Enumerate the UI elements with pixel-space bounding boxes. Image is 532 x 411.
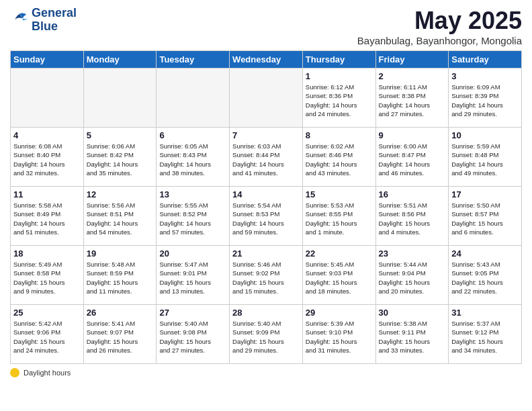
day-number: 23 xyxy=(379,248,446,259)
day-number: 21 xyxy=(232,248,300,259)
day-number: 6 xyxy=(159,130,226,140)
day-number: 22 xyxy=(306,248,373,259)
week-row-5: 25Sunrise: 5:42 AM Sunset: 9:06 PM Dayli… xyxy=(11,305,522,364)
day-info: Sunrise: 5:37 AM Sunset: 9:12 PM Dayligh… xyxy=(451,319,519,355)
day-number: 31 xyxy=(451,308,519,318)
day-cell: 5Sunrise: 6:06 AM Sunset: 8:42 PM Daylig… xyxy=(83,128,157,187)
day-cell xyxy=(83,68,157,128)
day-cell: 22Sunrise: 5:45 AM Sunset: 9:03 PM Dayli… xyxy=(302,246,375,305)
footer-label: Daylight hours xyxy=(24,369,71,377)
week-row-2: 4Sunrise: 6:08 AM Sunset: 8:40 PM Daylig… xyxy=(11,128,522,187)
day-cell: 3Sunrise: 6:09 AM Sunset: 8:39 PM Daylig… xyxy=(449,68,522,128)
day-number: 15 xyxy=(306,189,373,199)
logo-line1: General xyxy=(32,7,77,20)
day-number: 29 xyxy=(306,308,373,318)
day-number: 24 xyxy=(451,248,519,259)
day-number: 4 xyxy=(13,130,81,140)
day-number: 30 xyxy=(379,308,446,318)
day-number: 14 xyxy=(232,189,300,199)
day-number: 1 xyxy=(306,71,373,81)
header-row: SundayMondayTuesdayWednesdayThursdayFrid… xyxy=(11,51,522,68)
logo: General Blue xyxy=(10,7,77,34)
day-cell: 30Sunrise: 5:38 AM Sunset: 9:11 PM Dayli… xyxy=(375,305,449,364)
day-cell: 10Sunrise: 5:59 AM Sunset: 8:48 PM Dayli… xyxy=(449,128,522,187)
day-info: Sunrise: 5:56 AM Sunset: 8:51 PM Dayligh… xyxy=(87,201,154,236)
day-cell: 23Sunrise: 5:44 AM Sunset: 9:04 PM Dayli… xyxy=(375,246,449,305)
day-number: 7 xyxy=(232,130,300,140)
day-info: Sunrise: 6:09 AM Sunset: 8:39 PM Dayligh… xyxy=(451,83,519,118)
month-title: May 2025 xyxy=(357,7,522,35)
day-cell: 1Sunrise: 6:12 AM Sunset: 8:36 PM Daylig… xyxy=(302,68,375,128)
day-cell: 27Sunrise: 5:40 AM Sunset: 9:08 PM Dayli… xyxy=(157,305,230,364)
day-info: Sunrise: 5:47 AM Sunset: 9:01 PM Dayligh… xyxy=(159,260,226,295)
footer: Daylight hours xyxy=(10,368,522,377)
col-header-tuesday: Tuesday xyxy=(157,51,230,68)
day-cell: 24Sunrise: 5:43 AM Sunset: 9:05 PM Dayli… xyxy=(449,246,522,305)
day-info: Sunrise: 5:43 AM Sunset: 9:05 PM Dayligh… xyxy=(451,260,519,295)
day-info: Sunrise: 5:48 AM Sunset: 8:59 PM Dayligh… xyxy=(87,260,154,295)
day-number: 27 xyxy=(159,308,226,318)
day-cell: 7Sunrise: 6:03 AM Sunset: 8:44 PM Daylig… xyxy=(230,128,303,187)
day-number: 26 xyxy=(87,308,154,318)
col-header-friday: Friday xyxy=(375,51,449,68)
day-info: Sunrise: 5:59 AM Sunset: 8:48 PM Dayligh… xyxy=(451,142,519,177)
day-number: 2 xyxy=(379,71,446,81)
day-cell: 18Sunrise: 5:49 AM Sunset: 8:58 PM Dayli… xyxy=(11,246,84,305)
day-info: Sunrise: 5:42 AM Sunset: 9:06 PM Dayligh… xyxy=(13,319,81,355)
day-cell: 20Sunrise: 5:47 AM Sunset: 9:01 PM Dayli… xyxy=(157,246,230,305)
day-number: 9 xyxy=(379,130,446,140)
day-number: 8 xyxy=(306,130,373,140)
logo-line2: Blue xyxy=(32,20,77,34)
day-info: Sunrise: 5:41 AM Sunset: 9:07 PM Dayligh… xyxy=(87,319,154,355)
day-cell: 16Sunrise: 5:51 AM Sunset: 8:56 PM Dayli… xyxy=(375,187,449,246)
col-header-thursday: Thursday xyxy=(302,51,375,68)
day-info: Sunrise: 5:38 AM Sunset: 9:11 PM Dayligh… xyxy=(379,319,446,355)
day-cell: 26Sunrise: 5:41 AM Sunset: 9:07 PM Dayli… xyxy=(83,305,157,364)
day-cell: 15Sunrise: 5:53 AM Sunset: 8:55 PM Dayli… xyxy=(302,187,375,246)
day-cell: 9Sunrise: 6:00 AM Sunset: 8:47 PM Daylig… xyxy=(375,128,449,187)
day-cell: 6Sunrise: 6:05 AM Sunset: 8:43 PM Daylig… xyxy=(157,128,230,187)
day-number: 5 xyxy=(87,130,154,140)
header: General Blue May 2025 Bayanbulag, Bayanh… xyxy=(10,7,522,46)
day-info: Sunrise: 5:55 AM Sunset: 8:52 PM Dayligh… xyxy=(159,201,226,236)
week-row-1: 1Sunrise: 6:12 AM Sunset: 8:36 PM Daylig… xyxy=(11,68,522,128)
col-header-saturday: Saturday xyxy=(449,51,522,68)
day-info: Sunrise: 5:58 AM Sunset: 8:49 PM Dayligh… xyxy=(13,201,81,236)
day-info: Sunrise: 5:50 AM Sunset: 8:57 PM Dayligh… xyxy=(451,201,519,236)
day-number: 12 xyxy=(87,189,154,199)
day-number: 28 xyxy=(232,308,300,318)
day-info: Sunrise: 6:03 AM Sunset: 8:44 PM Dayligh… xyxy=(232,142,300,177)
day-info: Sunrise: 5:44 AM Sunset: 9:04 PM Dayligh… xyxy=(379,260,446,295)
day-info: Sunrise: 5:49 AM Sunset: 8:58 PM Dayligh… xyxy=(13,260,81,295)
day-cell xyxy=(230,68,303,128)
day-cell: 21Sunrise: 5:46 AM Sunset: 9:02 PM Dayli… xyxy=(230,246,303,305)
day-number: 17 xyxy=(451,189,519,199)
day-number: 18 xyxy=(13,248,81,259)
day-number: 19 xyxy=(87,248,154,259)
day-cell xyxy=(11,68,84,128)
day-number: 16 xyxy=(379,189,446,199)
day-info: Sunrise: 5:40 AM Sunset: 9:08 PM Dayligh… xyxy=(159,319,226,355)
week-row-3: 11Sunrise: 5:58 AM Sunset: 8:49 PM Dayli… xyxy=(11,187,522,246)
day-info: Sunrise: 6:05 AM Sunset: 8:43 PM Dayligh… xyxy=(159,142,226,177)
day-cell: 11Sunrise: 5:58 AM Sunset: 8:49 PM Dayli… xyxy=(11,187,84,246)
page: General Blue May 2025 Bayanbulag, Bayanh… xyxy=(0,0,532,411)
col-header-sunday: Sunday xyxy=(11,51,84,68)
day-cell: 13Sunrise: 5:55 AM Sunset: 8:52 PM Dayli… xyxy=(157,187,230,246)
day-number: 3 xyxy=(451,71,519,81)
day-cell: 12Sunrise: 5:56 AM Sunset: 8:51 PM Dayli… xyxy=(83,187,157,246)
day-info: Sunrise: 5:51 AM Sunset: 8:56 PM Dayligh… xyxy=(379,201,446,236)
day-cell: 14Sunrise: 5:54 AM Sunset: 8:53 PM Dayli… xyxy=(230,187,303,246)
day-info: Sunrise: 5:54 AM Sunset: 8:53 PM Dayligh… xyxy=(232,201,300,236)
logo-icon xyxy=(10,11,29,30)
day-cell: 4Sunrise: 6:08 AM Sunset: 8:40 PM Daylig… xyxy=(11,128,84,187)
day-cell xyxy=(157,68,230,128)
day-info: Sunrise: 6:02 AM Sunset: 8:46 PM Dayligh… xyxy=(306,142,373,177)
day-info: Sunrise: 5:40 AM Sunset: 9:09 PM Dayligh… xyxy=(232,319,300,355)
day-number: 10 xyxy=(451,130,519,140)
day-cell: 25Sunrise: 5:42 AM Sunset: 9:06 PM Dayli… xyxy=(11,305,84,364)
day-number: 20 xyxy=(159,248,226,259)
day-cell: 29Sunrise: 5:39 AM Sunset: 9:10 PM Dayli… xyxy=(302,305,375,364)
day-info: Sunrise: 6:00 AM Sunset: 8:47 PM Dayligh… xyxy=(379,142,446,177)
day-cell: 2Sunrise: 6:11 AM Sunset: 8:38 PM Daylig… xyxy=(375,68,449,128)
